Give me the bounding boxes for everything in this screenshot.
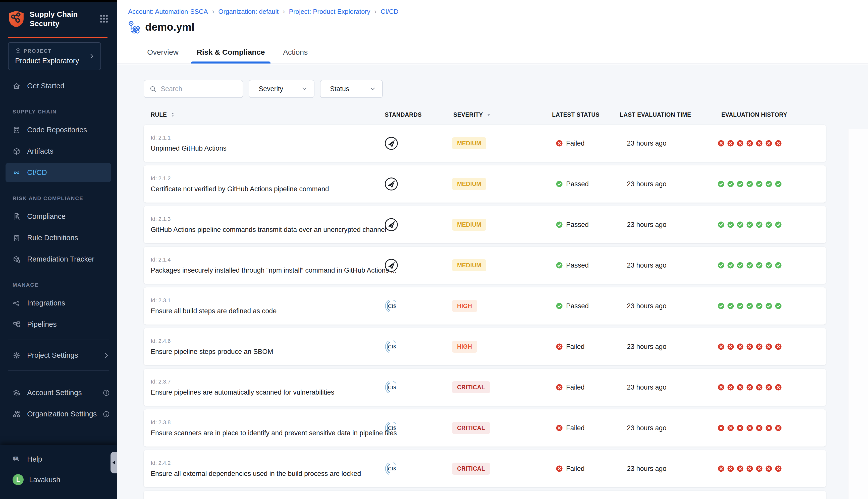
severity-badge: HIGH bbox=[452, 341, 477, 353]
sidebar-item-compliance[interactable]: Compliance bbox=[0, 206, 117, 227]
table-row[interactable]: Id: 3.1.7 CIS CRITICAL Failed 23 hours a… bbox=[144, 491, 826, 499]
column-header-label: SEVERITY bbox=[453, 111, 483, 118]
history-fail-icon bbox=[774, 343, 782, 350]
severity-badge: HIGH bbox=[452, 300, 477, 312]
history-fail-icon bbox=[756, 139, 763, 147]
table-row[interactable]: Id: 2.3.1 Ensure all build steps are def… bbox=[144, 288, 826, 325]
sidebar-item-label: Artifacts bbox=[27, 147, 53, 155]
history-fail-icon bbox=[756, 465, 763, 472]
history-pass-icon bbox=[727, 261, 734, 269]
breadcrumb-link[interactable]: Account: Automation-SSCA bbox=[128, 8, 208, 15]
sidebar-item-get-started[interactable]: Get Started bbox=[0, 75, 117, 97]
cis-icon: CIS bbox=[380, 410, 402, 447]
nav-section-heading: SUPPLY CHAIN bbox=[0, 97, 117, 119]
column-header-label: STANDARDS bbox=[385, 111, 422, 118]
rule-title: Ensure pipeline steps produce an SBOM bbox=[151, 348, 273, 356]
severity-badge: MEDIUM bbox=[452, 219, 486, 231]
severity-filter[interactable]: Severity bbox=[249, 80, 314, 98]
breadcrumb-link[interactable]: CI/CD bbox=[381, 8, 399, 15]
apps-grid-icon[interactable] bbox=[99, 14, 109, 24]
rule-title: GitHub Actions pipeline commands transmi… bbox=[151, 226, 386, 234]
latest-status: Failed bbox=[556, 328, 585, 365]
tab-overview[interactable]: Overview bbox=[145, 48, 181, 63]
table-row[interactable]: Id: 2.1.4 Packages insecurely installed … bbox=[144, 247, 826, 284]
history-fail-icon bbox=[746, 139, 754, 147]
severity-badge: CRITICAL bbox=[452, 463, 490, 475]
sidebar-item-label: Remediation Tracker bbox=[27, 255, 94, 263]
sidebar-item-artifacts[interactable]: Artifacts bbox=[0, 141, 117, 162]
sidebar-item-project-settings[interactable]: Project Settings bbox=[0, 345, 117, 366]
divider bbox=[8, 370, 109, 371]
cis-icon: CIS bbox=[380, 450, 402, 487]
status-filter-label: Status bbox=[330, 85, 349, 93]
sidebar-item-help[interactable]: ? Help bbox=[0, 449, 117, 470]
history-fail-icon bbox=[717, 384, 725, 391]
sidebar-item-code-repositories[interactable]: Code Repositories bbox=[0, 119, 117, 141]
history-fail-icon bbox=[717, 343, 725, 350]
search-box[interactable] bbox=[144, 80, 243, 98]
tab-actions[interactable]: Actions bbox=[281, 48, 310, 63]
latest-status: Passed bbox=[556, 166, 589, 203]
history-fail-icon bbox=[765, 139, 773, 147]
tab-bar: OverviewRisk & ComplianceActions bbox=[145, 48, 310, 63]
passed-icon bbox=[556, 221, 563, 228]
history-pass-icon bbox=[736, 261, 744, 269]
table-row[interactable]: Id: 2.3.8 Ensure scanners are in place t… bbox=[144, 410, 826, 447]
table-row[interactable]: Id: 2.3.7 Ensure pipelines are automatic… bbox=[144, 369, 826, 406]
gear-icon bbox=[13, 351, 21, 360]
sidebar-item-pipelines[interactable]: Pipelines bbox=[0, 314, 117, 335]
project-selector[interactable]: PROJECT Product Exploratory bbox=[8, 42, 101, 70]
history-pass-icon bbox=[756, 302, 763, 310]
history-fail-icon bbox=[774, 139, 782, 147]
column-header-rule[interactable]: RULE bbox=[151, 109, 176, 120]
sidebar-collapse-handle[interactable] bbox=[110, 452, 117, 473]
sidebar-item-organization-settings[interactable]: Organization Settings bbox=[0, 403, 117, 425]
chevron-right-icon bbox=[88, 53, 95, 60]
account-settings-icon bbox=[13, 389, 21, 397]
history-fail-icon bbox=[736, 343, 744, 350]
history-fail-icon bbox=[774, 384, 782, 391]
page-title: demo.yml bbox=[145, 21, 194, 33]
column-header-severity[interactable]: SEVERITY bbox=[453, 109, 492, 120]
latest-status: Passed bbox=[556, 288, 589, 325]
remediation-tracker-icon bbox=[13, 255, 21, 263]
breadcrumb: Account: Automation-SSCA›Organization: d… bbox=[128, 8, 398, 15]
search-input[interactable] bbox=[161, 85, 238, 93]
evaluation-history bbox=[717, 288, 782, 325]
table-row[interactable]: Id: 2.4.2 Ensure all external dependenci… bbox=[144, 450, 826, 487]
history-fail-icon bbox=[774, 465, 782, 472]
history-pass-icon bbox=[746, 221, 754, 228]
sidebar-item-label: Compliance bbox=[27, 212, 65, 221]
rule-id: Id: 2.4.6 bbox=[151, 338, 171, 344]
failed-icon bbox=[556, 424, 563, 432]
cicd-icon bbox=[13, 169, 21, 177]
table-row[interactable]: Id: 2.1.3 GitHub Actions pipeline comman… bbox=[144, 206, 826, 243]
rule-id: Id: 2.3.7 bbox=[151, 378, 171, 385]
table-row[interactable]: Id: 2.4.6 Ensure pipeline steps produce … bbox=[144, 328, 826, 365]
sidebar-nav: Get StartedSUPPLY CHAINCode Repositories… bbox=[0, 75, 117, 425]
svg-text:CIS: CIS bbox=[388, 303, 396, 309]
status-text: Failed bbox=[566, 384, 585, 391]
sidebar-item-account-settings[interactable]: Account Settings bbox=[0, 382, 117, 403]
tab-risk-compliance[interactable]: Risk & Compliance bbox=[195, 48, 267, 63]
latest-status: Failed bbox=[556, 125, 585, 162]
chevron-down-icon bbox=[301, 85, 308, 93]
table-row[interactable]: Id: 2.1.2 Certificate not verified by Gi… bbox=[144, 166, 826, 203]
collapse-arrow-icon bbox=[112, 460, 115, 465]
sidebar-item-ci-cd[interactable]: CI/CD bbox=[0, 162, 117, 183]
severity-badge: MEDIUM bbox=[452, 259, 486, 271]
breadcrumb-link[interactable]: Project: Product Exploratory bbox=[289, 8, 371, 15]
evaluation-time: 23 hours ago bbox=[627, 328, 666, 365]
sidebar-item-integrations[interactable]: Integrations bbox=[0, 292, 117, 314]
history-pass-icon bbox=[746, 180, 754, 188]
sidebar-item-rule-definitions[interactable]: Rule Definitions bbox=[0, 227, 117, 248]
svg-text:CIS: CIS bbox=[388, 466, 396, 471]
history-fail-icon bbox=[765, 465, 773, 472]
sidebar-item-remediation-tracker[interactable]: Remediation Tracker bbox=[0, 248, 117, 270]
status-filter[interactable]: Status bbox=[320, 80, 383, 98]
sidebar-item-user[interactable]: L Lavakush bbox=[0, 470, 117, 490]
table-row[interactable]: Id: 2.1.1 Unpinned GitHub Actions MEDIUM… bbox=[144, 125, 826, 162]
breadcrumb-link[interactable]: Organization: default bbox=[218, 8, 278, 15]
passed-icon bbox=[556, 261, 563, 269]
rule-title: Ensure all external dependencies used in… bbox=[151, 470, 361, 478]
